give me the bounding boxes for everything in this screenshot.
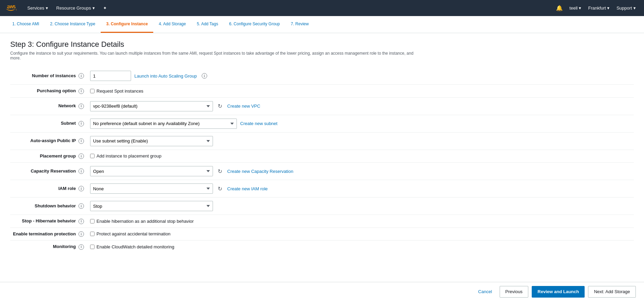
iam-role-info-icon[interactable]: i <box>78 186 84 191</box>
request-spot-checkbox[interactable] <box>90 89 95 93</box>
region-nav[interactable]: Frankfurt ▾ <box>585 4 612 12</box>
shutdown-behavior-label: Shutdown behavior i <box>10 197 87 215</box>
tab-step7[interactable]: 7. Review <box>285 16 314 33</box>
tab-step5[interactable]: 5. Add Tags <box>191 16 224 33</box>
resource-groups-chevron-icon: ▾ <box>92 5 95 11</box>
placement-group-checkbox[interactable] <box>90 154 95 158</box>
support-label: Support <box>616 5 632 11</box>
network-label: Network i <box>10 97 87 115</box>
create-vpc-link[interactable]: Create new VPC <box>227 104 260 109</box>
auto-assign-ip-label: Auto-assign Public IP i <box>10 132 87 150</box>
termination-protection-checkbox[interactable] <box>90 232 95 236</box>
support-nav[interactable]: Support ▾ <box>614 4 639 12</box>
user-nav[interactable]: teell ▾ <box>567 4 584 12</box>
termination-protection-row: Enable termination protection i Protect … <box>10 228 634 241</box>
capacity-reservation-info-icon[interactable]: i <box>78 168 84 174</box>
monitoring-row: Monitoring i Enable CloudWatch detailed … <box>10 241 634 253</box>
monitoring-checkbox-label[interactable]: Enable CloudWatch detailed monitoring <box>90 244 174 249</box>
create-iam-role-link[interactable]: Create new IAM role <box>227 186 268 191</box>
step-tabs: 1. Choose AMI 2. Choose Instance Type 3.… <box>0 16 644 33</box>
placement-group-checkbox-label[interactable]: Add instance to placement group <box>90 153 161 159</box>
services-label: Services <box>27 5 44 11</box>
next-add-storage-button[interactable]: Next: Add Storage <box>588 286 636 298</box>
launch-auto-scaling-link[interactable]: Launch into Auto Scaling Group <box>134 73 197 79</box>
termination-protection-checkbox-label[interactable]: Protect against accidental termination <box>90 231 171 236</box>
iam-role-label: IAM role i <box>10 180 87 197</box>
monitoring-checkbox[interactable] <box>90 245 95 249</box>
tab-step1[interactable]: 1. Choose AMI <box>7 16 45 33</box>
tab-step6[interactable]: 6. Configure Security Group <box>224 16 285 33</box>
services-chevron-icon: ▾ <box>46 5 48 11</box>
services-nav[interactable]: Services ▾ <box>25 4 51 12</box>
number-of-instances-row: Number of instances i Launch into Auto S… <box>10 67 634 85</box>
create-capacity-reservation-link[interactable]: Create new Capacity Reservation <box>227 169 294 174</box>
monitoring-label: Monitoring i <box>10 241 87 253</box>
network-info-icon[interactable]: i <box>78 104 84 109</box>
placement-group-label: Placement group i <box>10 150 87 163</box>
subnet-select[interactable]: No preference (default subnet in any Ava… <box>90 119 237 129</box>
shutdown-behavior-info-icon[interactable]: i <box>78 203 84 209</box>
subnet-info-icon[interactable]: i <box>78 121 84 126</box>
number-of-instances-info-icon[interactable]: i <box>78 73 84 79</box>
termination-protection-info-icon[interactable]: i <box>78 231 84 237</box>
placement-group-row: Placement group i Add instance to placem… <box>10 150 634 163</box>
capacity-reservation-select[interactable]: Open <box>90 166 213 176</box>
auto-assign-ip-select[interactable]: Use subnet setting (Enable) <box>90 136 213 146</box>
stop-hibernate-row: Stop - Hibernate behavior i Enable hiber… <box>10 215 634 228</box>
main-content: Step 3: Configure Instance Details Confi… <box>0 33 644 301</box>
shutdown-behavior-select[interactable]: Stop <box>90 201 213 211</box>
stop-hibernate-checkbox[interactable] <box>90 219 95 223</box>
pin-icon: ✦ <box>103 5 107 11</box>
previous-button[interactable]: Previous <box>500 286 529 298</box>
tab-step3[interactable]: 3. Configure Instance <box>101 16 153 33</box>
cancel-button[interactable]: Cancel <box>474 287 496 296</box>
purchasing-option-info-icon[interactable]: i <box>78 88 84 94</box>
capacity-reservation-refresh-icon[interactable]: ↻ <box>216 167 224 175</box>
network-row: Network i vpc-9238eef8 (default) ↻ Creat… <box>10 97 634 115</box>
top-navigation: Services ▾ Resource Groups ▾ ✦ 🔔 teell ▾… <box>0 0 644 16</box>
support-chevron-icon: ▾ <box>633 5 636 11</box>
auto-assign-ip-row: Auto-assign Public IP i Use subnet setti… <box>10 132 634 150</box>
subnet-row: Subnet i No preference (default subnet i… <box>10 115 634 132</box>
auto-scaling-info-icon[interactable]: i <box>202 73 207 79</box>
stop-hibernate-label: Stop - Hibernate behavior i <box>10 215 87 228</box>
iam-role-row: IAM role i None ↻ Create new IAM role <box>10 180 634 197</box>
purchasing-option-row: Purchasing option i Request Spot instanc… <box>10 85 634 98</box>
number-of-instances-label: Number of instances i <box>10 67 87 85</box>
pin-icon-nav[interactable]: ✦ <box>100 4 110 12</box>
region-chevron-icon: ▾ <box>607 5 610 11</box>
user-label: teell <box>570 5 578 11</box>
bottom-action-bar: Cancel Previous Review and Launch Next: … <box>0 282 644 301</box>
user-chevron-icon: ▾ <box>579 5 581 11</box>
stop-hibernate-checkbox-label[interactable]: Enable hibernation as an additional stop… <box>90 219 194 224</box>
resource-groups-nav[interactable]: Resource Groups ▾ <box>54 4 98 12</box>
tab-step2[interactable]: 2. Choose Instance Type <box>45 16 101 33</box>
capacity-reservation-label: Capacity Reservation i <box>10 163 87 180</box>
shutdown-behavior-row: Shutdown behavior i Stop <box>10 197 634 215</box>
iam-role-select[interactable]: None <box>90 183 213 194</box>
auto-assign-ip-info-icon[interactable]: i <box>78 138 84 144</box>
resource-groups-label: Resource Groups <box>56 5 91 11</box>
iam-role-refresh-icon[interactable]: ↻ <box>216 185 224 192</box>
aws-logo <box>5 4 19 12</box>
notifications-bell-icon[interactable]: 🔔 <box>553 3 566 13</box>
review-and-launch-button[interactable]: Review and Launch <box>532 286 585 298</box>
network-refresh-icon[interactable]: ↻ <box>216 102 224 110</box>
placement-group-info-icon[interactable]: i <box>78 153 84 159</box>
stop-hibernate-info-icon[interactable]: i <box>78 219 84 224</box>
page-description: Configure the instance to suit your requ… <box>10 51 420 60</box>
create-subnet-link[interactable]: Create new subnet <box>240 121 277 126</box>
capacity-reservation-row: Capacity Reservation i Open ↻ Create new… <box>10 163 634 180</box>
network-select[interactable]: vpc-9238eef8 (default) <box>90 101 213 111</box>
monitoring-info-icon[interactable]: i <box>78 244 84 250</box>
tab-step4[interactable]: 4. Add Storage <box>153 16 191 33</box>
instance-config-form: Number of instances i Launch into Auto S… <box>10 67 634 253</box>
subnet-label: Subnet i <box>10 115 87 132</box>
page-title: Step 3: Configure Instance Details <box>10 40 634 49</box>
request-spot-checkbox-label[interactable]: Request Spot instances <box>90 88 143 94</box>
number-of-instances-input[interactable] <box>90 71 131 81</box>
region-label: Frankfurt <box>588 5 606 11</box>
termination-protection-label: Enable termination protection i <box>10 228 87 241</box>
purchasing-option-label: Purchasing option i <box>10 85 87 98</box>
